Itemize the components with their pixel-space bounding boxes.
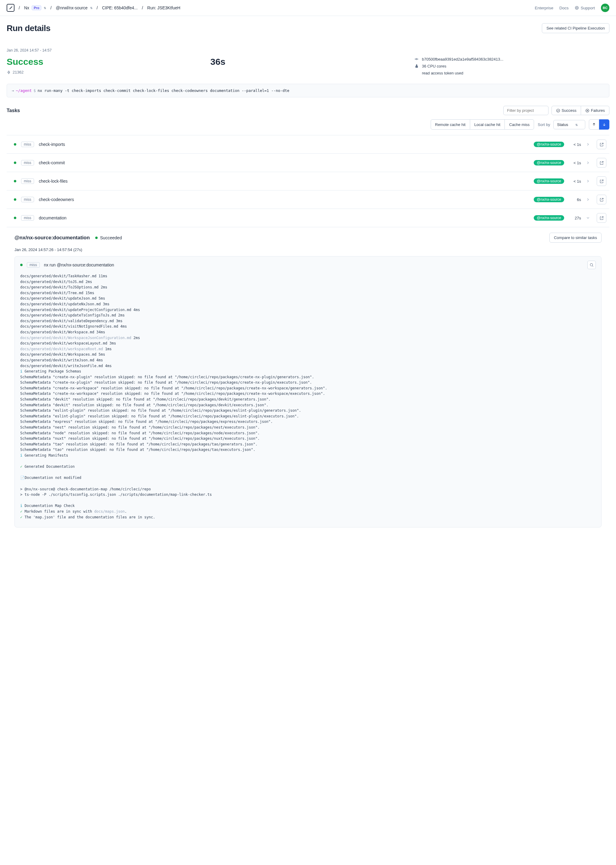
task-row[interactable]: misscheck-commit@nx/nx-source< 1s xyxy=(6,154,610,172)
open-external-button[interactable] xyxy=(597,195,607,204)
project-badge: @nx/nx-source xyxy=(534,197,564,202)
pro-badge: Pro xyxy=(31,5,41,10)
sort-asc-button[interactable] xyxy=(589,120,599,130)
svg-point-2 xyxy=(416,58,417,60)
chevron-down-icon[interactable] xyxy=(586,216,592,220)
commit-row[interactable]: b70500fbeaa9391ed2a1e9af584363c382413... xyxy=(414,57,610,61)
support-icon xyxy=(575,6,579,10)
share-icon xyxy=(6,70,11,74)
filter-success[interactable]: Success xyxy=(552,106,581,115)
svg-point-3 xyxy=(556,109,559,112)
cache-filter[interactable]: Remote cache hit xyxy=(431,120,470,129)
related-cipe-button[interactable]: See related CI Pipeline Execution xyxy=(542,23,610,33)
status-dot-icon xyxy=(14,217,16,219)
selector-icon: ⇅ xyxy=(90,6,93,9)
separator-icon: / xyxy=(50,5,52,10)
separator-icon: / xyxy=(19,5,20,10)
status-dot-icon xyxy=(14,180,16,182)
chevron-right-icon[interactable] xyxy=(586,197,592,201)
task-row[interactable]: misscheck-imports@nx/nx-source< 1s xyxy=(6,135,610,154)
sort-select[interactable]: Status ⇅ xyxy=(553,120,585,129)
task-row[interactable]: misscheck-lock-files@nx/nx-source< 1s xyxy=(6,172,610,190)
task-duration: < 1s xyxy=(569,142,581,147)
task-duration: < 1s xyxy=(569,179,581,184)
separator-icon: / xyxy=(142,5,143,10)
sort-desc-button[interactable] xyxy=(599,120,610,130)
support-link[interactable]: Support xyxy=(575,6,595,10)
search-icon xyxy=(589,263,594,267)
project-badge: @nx/nx-source xyxy=(534,215,564,221)
arrow-down-icon xyxy=(602,123,607,127)
status-dot-icon xyxy=(20,264,23,266)
cache-badge: miss xyxy=(27,262,40,267)
cache-filter[interactable]: Cache miss xyxy=(505,120,534,129)
task-duration: 27s xyxy=(569,216,581,220)
run-status: Success xyxy=(6,57,202,67)
token-row: read access token used xyxy=(414,71,610,75)
cpu-row: 36 CPU cores xyxy=(414,64,610,68)
run-crumb[interactable]: Run: JSE3KtfueH xyxy=(148,5,181,10)
org-selector[interactable]: Nx Pro ⇅ xyxy=(24,5,46,10)
status-dot-icon xyxy=(14,198,16,201)
task-name: check-imports xyxy=(39,142,529,147)
check-circle-icon xyxy=(556,109,560,113)
project-badge: @nx/nx-source xyxy=(534,160,564,165)
task-duration: 6s xyxy=(569,197,581,202)
task-name: documentation xyxy=(39,215,529,220)
detail-timerange: Jan 26, 2024 14:57:26 - 14:57:54 (27s) xyxy=(14,247,602,252)
task-count-row: 21362 xyxy=(6,70,202,74)
nx-logo[interactable] xyxy=(6,4,14,12)
filter-failures[interactable]: Failures xyxy=(581,106,609,115)
open-external-button[interactable] xyxy=(597,140,607,149)
docs-link[interactable]: Docs xyxy=(559,6,569,10)
separator-icon: / xyxy=(97,5,98,10)
selector-icon: ⇅ xyxy=(575,123,578,127)
sort-label: Sort by xyxy=(537,123,550,127)
cache-badge: miss xyxy=(21,160,34,165)
cache-badge: miss xyxy=(21,197,34,202)
detail-title: @nx/nx-source:documentation xyxy=(14,235,90,241)
cache-badge: miss xyxy=(21,215,34,221)
task-duration: < 1s xyxy=(569,160,581,165)
selector-icon: ⇅ xyxy=(44,6,46,9)
filter-input[interactable] xyxy=(503,106,548,115)
task-name: check-commit xyxy=(39,160,529,165)
run-timestamp: Jan 26, 2024 14:57 - 14:57 xyxy=(6,48,610,52)
status-dot-icon xyxy=(14,162,16,164)
project-badge: @nx/nx-source xyxy=(534,142,564,147)
task-name: check-lock-files xyxy=(39,179,529,184)
cache-filter[interactable]: Local cache hit xyxy=(470,120,505,129)
workspace-name: @nrwl/nx-source xyxy=(56,5,87,10)
open-external-button[interactable] xyxy=(597,176,607,186)
x-circle-icon xyxy=(585,109,589,113)
enterprise-link[interactable]: Enterprise xyxy=(534,6,553,10)
cache-badge: miss xyxy=(21,178,34,184)
workspace-selector[interactable]: @nrwl/nx-source ⇅ xyxy=(56,5,92,10)
commit-icon xyxy=(414,57,419,61)
org-name: Nx xyxy=(24,5,29,10)
run-duration: 36s xyxy=(211,57,405,67)
status-dot-icon xyxy=(95,237,97,239)
compare-button[interactable]: Compare to similar tasks xyxy=(549,233,602,243)
svg-point-5 xyxy=(590,263,592,266)
open-external-button[interactable] xyxy=(597,213,607,223)
chevron-right-icon[interactable] xyxy=(586,160,592,165)
cache-badge: miss xyxy=(21,142,34,147)
task-row[interactable]: misscheck-codeowners@nx/nx-source6s xyxy=(6,190,610,209)
command-box: →~/agent$nx run-many -t check-imports ch… xyxy=(6,84,610,98)
linux-icon xyxy=(414,64,419,68)
avatar[interactable]: BC xyxy=(601,4,610,12)
arrow-up-icon xyxy=(592,123,596,127)
task-row[interactable]: missdocumentation@nx/nx-source27s xyxy=(6,209,610,227)
svg-point-1 xyxy=(576,7,577,8)
chevron-right-icon[interactable] xyxy=(586,179,592,183)
log-output: docs/generated/devkit/TaskHasher.md 11ms… xyxy=(15,274,601,527)
status-dot-icon xyxy=(14,143,16,146)
page-title: Run details xyxy=(6,24,50,33)
project-badge: @nx/nx-source xyxy=(534,178,564,184)
log-search-button[interactable] xyxy=(588,261,596,269)
open-external-button[interactable] xyxy=(597,158,607,168)
chevron-right-icon[interactable] xyxy=(586,142,592,146)
cipe-crumb[interactable]: CIPE: 65b40dfe4... xyxy=(102,5,137,10)
log-command: nx run @nx/nx-source:documentation xyxy=(44,263,114,267)
